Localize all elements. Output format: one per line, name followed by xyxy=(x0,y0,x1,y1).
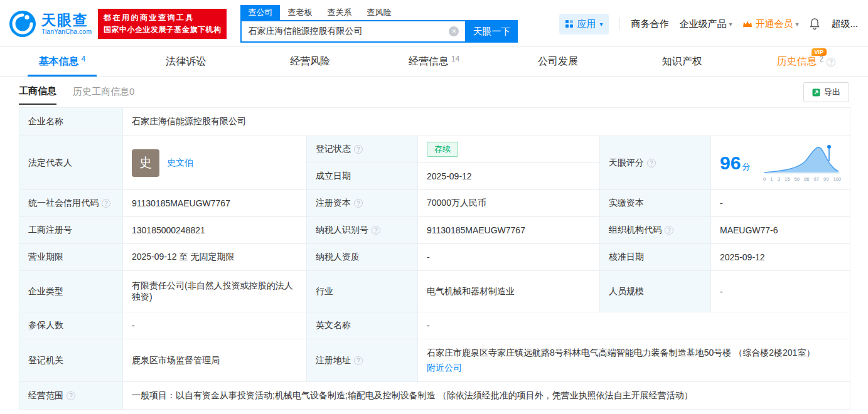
credit-code-label: 统一社会信用代码 xyxy=(28,198,99,209)
subtab-business-registration[interactable]: 工商信息 xyxy=(19,85,56,105)
tab-intellectual-property[interactable]: 知识产权 xyxy=(620,47,744,77)
tab-business-label: 经营信息 xyxy=(409,55,449,68)
subtab-historical-registration[interactable]: 历史工商信息0 xyxy=(73,86,134,104)
tab-history-info[interactable]: VIP 历史信息 2 ? xyxy=(744,47,868,77)
insured-value: - xyxy=(132,321,135,331)
menu-business-cooperation[interactable]: 商务合作 xyxy=(631,18,668,30)
search-input[interactable] xyxy=(240,20,465,43)
legal-rep-avatar[interactable]: 史 xyxy=(132,149,159,177)
credit-code-value: 91130185MAEUGW7767 xyxy=(132,198,230,208)
tab-basic-info[interactable]: 基本信息 4 xyxy=(0,47,124,77)
address-label: 注册地址 xyxy=(316,355,351,366)
org-code-label: 组织机构代码 xyxy=(609,225,662,236)
taxpayer-quality-value: - xyxy=(427,252,430,262)
divider xyxy=(619,18,620,30)
row-reg-number: 工商注册号 130185000248821 纳税人识别号 ? 91130185M… xyxy=(19,217,850,244)
scope-label-cell: 经营范围 ? xyxy=(19,382,123,410)
search-button[interactable]: 天眼一下 xyxy=(465,20,518,43)
paid-capital-label-cell: 实缴资本 xyxy=(600,190,711,217)
reg-number-value-cell: 130185000248821 xyxy=(123,217,307,244)
english-name-value-cell: - xyxy=(418,312,850,339)
slogan-banner: 都在用的商业查询工具 国家中小企业发展子基金旗下机构 xyxy=(98,9,227,39)
insured-value-cell: - xyxy=(123,312,307,339)
bell-icon[interactable] xyxy=(809,18,820,30)
est-date-label: 成立日期 xyxy=(316,171,351,181)
tab-business-count: 14 xyxy=(451,55,459,63)
help-icon[interactable]: ? xyxy=(354,199,363,208)
taxpayer-id-label: 纳税人识别号 xyxy=(316,225,368,236)
tab-company-development[interactable]: 公司发展 xyxy=(496,47,620,77)
tab-legal-litigation[interactable]: 法律诉讼 xyxy=(124,47,249,77)
top-header: 天眼查 TianYanCha.com 都在用的商业查询工具 国家中小企业发展子基… xyxy=(0,0,868,46)
reg-capital-value-cell: 70000万人民币 xyxy=(418,190,600,217)
address-value-cell: 石家庄市鹿泉区寺家庄镇远航路8号科林电气高端智能电力装备制造基地50号楼 （综合… xyxy=(418,339,850,382)
business-term-label-cell: 营业期限 xyxy=(19,244,123,271)
industry-label-cell: 行业 xyxy=(307,271,418,312)
reg-authority-label-cell: 登记机关 xyxy=(19,339,123,382)
staff-size-label: 人员规模 xyxy=(609,286,644,296)
search-tab-company[interactable]: 查公司 xyxy=(240,5,280,20)
english-name-label: 英文名称 xyxy=(316,320,351,330)
search-block: 查公司 查老板 查关系 查风险 ✕ 天眼一下 xyxy=(240,5,518,43)
crown-icon xyxy=(742,20,753,28)
reg-capital-label: 注册资本 xyxy=(316,198,351,209)
tab-development-label: 公司发展 xyxy=(538,55,578,68)
company-name-label: 企业名称 xyxy=(28,116,63,126)
apps-menu-button[interactable]: 应用 ▾ xyxy=(559,14,609,34)
legal-rep-link[interactable]: 史文伯 xyxy=(167,157,193,169)
export-button[interactable]: 导出 xyxy=(803,82,849,102)
taxpayer-quality-label: 纳税人资质 xyxy=(316,252,360,262)
insured-label-cell: 参保人数 xyxy=(19,312,123,339)
menu-vip-label: 开通会员 xyxy=(755,18,793,30)
approval-date-value-cell: 2025-09-12 xyxy=(711,244,850,271)
reg-status-label-cell: 登记状态 ? xyxy=(307,136,418,163)
score-value-cell: 96分 0131550869799100 xyxy=(711,136,850,190)
row-credit-code: 统一社会信用代码 ? 91130185MAEUGW7767 注册资本 ? 700… xyxy=(19,190,850,217)
address-label-cell: 注册地址 ? xyxy=(307,339,418,382)
menu-open-vip[interactable]: 开通会员 ▾ xyxy=(742,18,798,30)
address-value: 石家庄市鹿泉区寺家庄镇远航路8号科林电气高端智能电力装备制造基地50号楼 （综合… xyxy=(427,348,841,359)
help-icon[interactable]: ? xyxy=(827,58,835,66)
tianyancha-company-page: 天眼查 TianYanCha.com 都在用的商业查询工具 国家中小企业发展子基… xyxy=(0,0,868,414)
tab-operation-risk[interactable]: 经营风险 xyxy=(248,47,372,77)
search-tab-relation[interactable]: 查关系 xyxy=(319,5,359,20)
help-icon[interactable]: ? xyxy=(372,226,380,235)
scope-value-cell: 一般项目：以自有资金从事投资活动;机械电气设备制造;输配电及控制设备制造 （除依… xyxy=(123,382,850,410)
apps-grid-icon xyxy=(565,20,573,28)
score-distribution-chart[interactable]: 0131550869799100 xyxy=(763,144,841,182)
nearby-companies-link[interactable]: 附近公司 xyxy=(427,363,462,373)
slogan-line1: 都在用的商业查询工具 xyxy=(104,12,222,24)
est-date-label-cell: 成立日期 xyxy=(307,163,418,190)
staff-size-value: - xyxy=(720,287,723,297)
search-tab-boss[interactable]: 查老板 xyxy=(280,5,319,20)
help-icon[interactable]: ? xyxy=(102,199,110,208)
search-tabs: 查公司 查老板 查关系 查风险 xyxy=(240,5,518,20)
est-date-value-cell: 2025-09-12 xyxy=(418,163,600,190)
help-icon[interactable]: ? xyxy=(67,391,75,400)
reg-capital-label-cell: 注册资本 ? xyxy=(307,190,418,217)
tab-basic-info-count: 4 xyxy=(81,55,85,63)
help-icon[interactable]: ? xyxy=(665,226,673,235)
reg-status-label: 登记状态 xyxy=(316,144,351,155)
help-icon[interactable]: ? xyxy=(647,159,656,167)
industry-label: 行业 xyxy=(316,286,333,296)
business-term-label: 营业期限 xyxy=(28,252,63,262)
help-icon[interactable]: ? xyxy=(354,356,363,365)
approval-date-value: 2025-09-12 xyxy=(720,252,765,262)
help-icon[interactable]: ? xyxy=(354,145,363,154)
tab-business-info[interactable]: 经营信息 14 xyxy=(372,47,496,77)
tab-risk-label: 经营风险 xyxy=(290,55,330,68)
slogan-line2: 国家中小企业发展子基金旗下机构 xyxy=(104,24,222,36)
row-legal-rep: 法定代表人 史 史文伯 登记状态 ? 存续 天眼评分 ? xyxy=(19,136,850,163)
menu-super[interactable]: 超级... xyxy=(831,18,858,30)
search-tab-risk[interactable]: 查风险 xyxy=(359,5,399,20)
row-insured: 参保人数 - 英文名称 - xyxy=(19,312,850,339)
reg-authority-value: 鹿泉区市场监督管理局 xyxy=(132,355,220,365)
status-badge: 存续 xyxy=(427,142,458,157)
menu-enterprise-products[interactable]: 企业级产品 ▾ xyxy=(679,18,732,30)
brand-name: 天眼查 xyxy=(41,13,92,28)
tianyancha-logo[interactable]: 天眼查 TianYanCha.com xyxy=(9,10,92,38)
company-name-label-cell: 企业名称 xyxy=(19,108,123,136)
credit-code-label-cell: 统一社会信用代码 ? xyxy=(19,190,123,217)
taxpayer-id-label-cell: 纳税人识别号 ? xyxy=(307,217,418,244)
